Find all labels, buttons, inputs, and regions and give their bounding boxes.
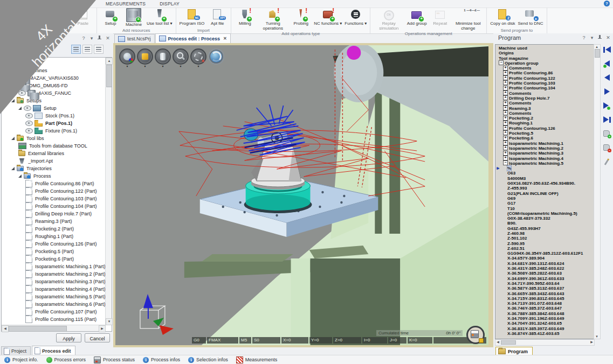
zoom-options-button[interactable]: ▼	[173, 48, 189, 68]
program-item[interactable]: ►T10	[495, 206, 594, 211]
visibility-filter-button[interactable]	[41, 46, 53, 53]
expander-icon[interactable]	[503, 80, 508, 85]
program-item[interactable]: ►G69	[495, 196, 594, 201]
ribbon-button[interactable]: !+ Setup	[99, 8, 122, 26]
program-item[interactable]: ►Profile Contouring.122	[495, 76, 594, 81]
go-last-icon[interactable]	[603, 116, 611, 123]
expander-icon[interactable]	[503, 156, 508, 160]
program-item[interactable]: ►X-36.587Y-385.313Z-603.637	[495, 286, 594, 291]
tree-item[interactable]: 4AXIS_FANUC	[2, 89, 105, 97]
collapse-panel-icon[interactable]: ▾	[88, 35, 95, 41]
expander-icon[interactable]	[503, 86, 508, 90]
ribbon-button[interactable]: !+ Milling	[233, 8, 256, 26]
go-first-icon[interactable]	[603, 46, 611, 53]
tree-item[interactable]: Part (Pos.1)	[2, 120, 105, 127]
remove-operation-icon[interactable]	[603, 144, 611, 151]
close-icon[interactable]: ✕	[605, 34, 611, 41]
tree-item[interactable]: Roughing.1 (Part)	[2, 233, 105, 240]
program-item[interactable]: ►X-36.508Y-385.282Z-603.63	[495, 271, 594, 276]
program-item[interactable]: ►X-34.704Y-391.324Z-603.65	[495, 321, 594, 326]
program-item[interactable]: ►Pocketing.6	[495, 136, 594, 141]
tree-item[interactable]: Fixture (Pos.1)	[2, 127, 105, 135]
scroll-right-icon[interactable]: ▶	[99, 325, 106, 332]
tree-item[interactable]: MAZAK_VARIAXIS630	[2, 74, 105, 82]
program-item[interactable]: ►X-36.788Y-385.384Z-603.648	[495, 311, 594, 316]
status-item[interactable]: Process infos	[143, 357, 180, 363]
tree-item[interactable]: Drilling Deep Hole.7 (Part)	[2, 210, 105, 218]
expander-icon[interactable]	[503, 75, 508, 80]
program-item[interactable]: ►X-36.431Y-385.248Z-603.622	[495, 266, 594, 271]
tree-item[interactable]: Profile Contouring.115 (Part)	[2, 316, 105, 323]
program-horizontal-scrollbar[interactable]: ◀ ▶	[495, 339, 595, 346]
eye-icon[interactable]	[18, 90, 26, 96]
program-item[interactable]: ►Profile Contouring.103	[495, 81, 594, 86]
viewport-tab[interactable]: Process edit : Process ✕	[155, 33, 231, 43]
scrollbar-thumb[interactable]	[106, 65, 112, 87]
expander-icon[interactable]	[503, 101, 508, 106]
help-icon[interactable]: ?	[581, 34, 587, 41]
ribbon-button[interactable]: !+ Copy on disk	[489, 8, 516, 26]
caret-icon[interactable]	[18, 107, 22, 110]
tree-item[interactable]: Isoparametric Machining.6 (Part)	[2, 300, 105, 308]
program-item[interactable]: ►Roughing.1	[495, 121, 594, 125]
caret-icon[interactable]	[11, 137, 15, 140]
3d-viewport[interactable]: ▼ ▼ ▼ ▼ ▼ ▼	[113, 43, 493, 347]
program-item[interactable]: ►X-34.681Y-390.131Z-603.624	[495, 261, 594, 266]
program-item[interactable]: ►%	[495, 166, 594, 171]
program-item[interactable]: ►Comments	[495, 91, 594, 96]
apply-button[interactable]: Apply	[56, 333, 81, 342]
prev-operation-icon[interactable]	[603, 60, 611, 67]
program-item[interactable]: ►Isoparametric Machining.2	[495, 146, 594, 151]
program-item[interactable]: ►X-36.874Y-385.41Z-603.65	[495, 331, 594, 336]
dropdown-arrow-icon[interactable]: ▼	[126, 65, 129, 68]
help-icon[interactable]: ?	[604, 1, 610, 6]
ribbon-button[interactable]: !+ Functions ▾	[343, 8, 368, 26]
expander-icon[interactable]	[503, 136, 508, 141]
program-item[interactable]: ►Z-460.98	[495, 231, 594, 236]
program-item[interactable]: ►X-36.831Y-385.397Z-603.649	[495, 326, 594, 331]
left-panel-tab[interactable]: Process edit	[32, 346, 75, 355]
expander-icon[interactable]	[503, 116, 508, 121]
status-item[interactable]: Selection infos	[188, 357, 228, 363]
viewport-tab[interactable]: test.NcsPrj	[114, 34, 155, 43]
ribbon-button[interactable]: !+ Paste	[72, 8, 94, 26]
program-item[interactable]: ►X-36.665Y-385.343Z-603.643	[495, 291, 594, 296]
tree-item[interactable]: Isoparametric Machining.5 (Part)	[2, 293, 105, 300]
ribbon-button[interactable]: !+ Machine	[122, 8, 145, 27]
program-item[interactable]: ►G0X-38.483Y-379.332	[495, 216, 594, 221]
expander-icon[interactable]	[503, 95, 508, 100]
program-item[interactable]: ►Drilling Deep Hole.7	[495, 96, 594, 101]
tree-item[interactable]: Profile Contouring.122 (Part)	[2, 187, 105, 195]
ribbon-tab[interactable]: MEASUREMENTS	[106, 1, 146, 6]
scroll-up-icon[interactable]: ▲	[594, 45, 600, 49]
close-icon[interactable]: ✕	[223, 36, 227, 41]
tree-item[interactable]: DMG_DMU65-FD	[2, 82, 105, 89]
scroll-down-icon[interactable]: ▼	[106, 318, 113, 325]
scrollbar-thumb[interactable]	[595, 49, 600, 58]
tree-item[interactable]: Trajectories	[2, 165, 105, 172]
scroll-left-icon[interactable]: ◀	[2, 325, 9, 332]
ribbon-button[interactable]: !+ Copy	[49, 8, 71, 26]
program-item[interactable]: ►X-36.746Y-385.37Z-603.647	[495, 306, 594, 311]
program-item[interactable]: ►Profile Contouring.126	[495, 126, 594, 131]
tree-item[interactable]: External libraries	[2, 150, 105, 157]
tree-item[interactable]: Isoparametric Machining.3 (Part)	[2, 278, 105, 285]
tree-item[interactable]: Isoparametric Machining.2 (Part)	[2, 270, 105, 278]
program-item[interactable]: ►X-34.709Y-391.196Z-603.649	[495, 316, 594, 321]
dropdown-arrow-icon[interactable]: ▼	[197, 65, 200, 68]
expander-icon[interactable]	[503, 141, 508, 145]
status-item[interactable]: Process errors	[46, 357, 86, 363]
list-view-small-icon[interactable]	[94, 45, 104, 54]
tree-item[interactable]: _Import Apt	[2, 157, 105, 165]
expander-icon[interactable]	[503, 90, 508, 95]
program-item[interactable]: ►Z-590.95	[495, 241, 594, 246]
tree-item[interactable]: Profile Contouring.86 (Part)	[2, 180, 105, 187]
program-item[interactable]: ►Machine used	[495, 46, 594, 51]
program-item[interactable]: ►Origins	[495, 51, 594, 55]
left-panel-tab[interactable]: Project	[1, 346, 31, 355]
eye-icon[interactable]	[25, 113, 33, 118]
status-item[interactable]: Process status	[94, 356, 135, 363]
close-icon[interactable]: ✕	[105, 35, 111, 41]
program-item[interactable]: ►(COM=Isoparametric Machining.5)	[495, 211, 594, 216]
scroll-left-icon[interactable]: ◀	[495, 340, 500, 344]
